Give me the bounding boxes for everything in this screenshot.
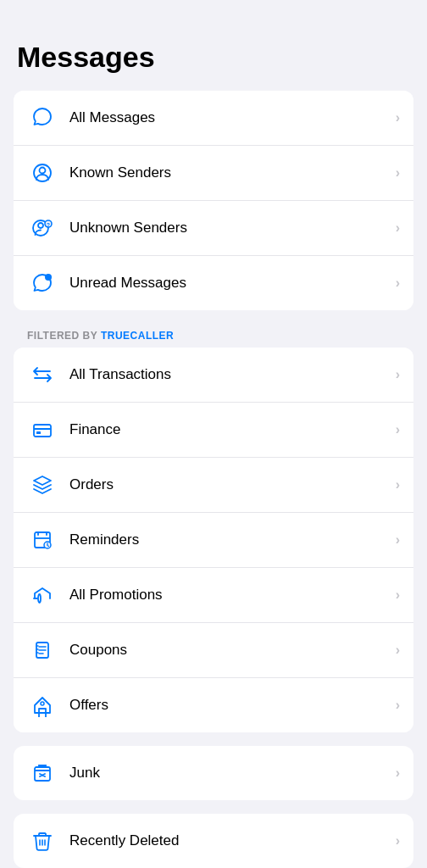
filter-label: FILTERED BY TRUECALLER	[14, 324, 413, 348]
chevron-icon: ›	[396, 765, 400, 781]
svg-rect-14	[35, 767, 50, 781]
chevron-icon: ›	[396, 698, 400, 713]
reminders-label: Reminders	[69, 531, 396, 548]
list-item-orders[interactable]: Orders ›	[14, 458, 413, 513]
orders-icon	[27, 470, 58, 500]
chat-icon	[27, 103, 58, 133]
chevron-icon: ›	[396, 532, 400, 548]
known-senders-label: Known Senders	[69, 164, 396, 181]
list-item-unread-messages[interactable]: Unread Messages ›	[14, 256, 413, 310]
all-messages-label: All Messages	[69, 109, 396, 126]
chevron-icon: ›	[396, 587, 400, 603]
list-item-reminders[interactable]: Reminders ›	[14, 513, 413, 568]
page-title: Messages	[14, 41, 413, 74]
list-item-unknown-senders[interactable]: ? Unknown Senders ›	[14, 201, 413, 256]
chevron-icon: ›	[396, 165, 400, 181]
reminders-icon	[27, 525, 58, 555]
known-senders-icon	[27, 158, 58, 188]
junk-label: Junk	[69, 765, 396, 782]
junk-icon	[27, 758, 58, 788]
junk-section: Junk ›	[14, 746, 413, 800]
finance-label: Finance	[69, 421, 396, 438]
chevron-icon: ›	[396, 367, 400, 382]
all-promotions-label: All Promotions	[69, 587, 396, 604]
transactions-icon	[27, 359, 58, 390]
svg-point-3	[38, 223, 43, 228]
list-item-coupons[interactable]: Coupons ›	[14, 623, 413, 678]
offers-icon	[27, 690, 58, 721]
unknown-senders-icon: ?	[27, 213, 58, 243]
list-item-all-promotions[interactable]: All Promotions ›	[14, 568, 413, 623]
trash-icon	[27, 826, 58, 856]
svg-point-11	[38, 594, 41, 603]
svg-point-13	[41, 702, 44, 705]
svg-point-1	[40, 168, 46, 174]
svg-text:?: ?	[47, 222, 50, 228]
finance-icon	[27, 415, 58, 445]
main-section: All Messages › Known Senders › ? Unknown…	[14, 91, 413, 310]
svg-rect-8	[36, 431, 41, 434]
svg-rect-7	[34, 425, 51, 437]
chevron-icon: ›	[396, 422, 400, 437]
unknown-senders-label: Unknown Senders	[69, 220, 396, 236]
coupons-label: Coupons	[69, 642, 396, 659]
chevron-icon: ›	[396, 275, 400, 291]
list-item-finance[interactable]: Finance ›	[14, 403, 413, 458]
coupons-icon	[27, 635, 58, 665]
list-item-junk[interactable]: Junk ›	[14, 746, 413, 800]
list-item-recently-deleted[interactable]: Recently Deleted ›	[14, 814, 413, 868]
recently-deleted-section: Recently Deleted ›	[14, 814, 413, 868]
unread-messages-label: Unread Messages	[69, 275, 396, 292]
orders-label: Orders	[69, 476, 396, 493]
svg-point-6	[45, 274, 52, 281]
recently-deleted-label: Recently Deleted	[69, 832, 396, 849]
promotions-icon	[27, 580, 58, 610]
chevron-icon: ›	[396, 643, 400, 658]
chevron-icon: ›	[396, 833, 400, 849]
offers-label: Offers	[69, 697, 396, 714]
list-item-known-senders[interactable]: Known Senders ›	[14, 146, 413, 201]
list-item-all-transactions[interactable]: All Transactions ›	[14, 348, 413, 403]
filtered-section: All Transactions › Finance › Orders ›	[14, 348, 413, 732]
list-item-all-messages[interactable]: All Messages ›	[14, 91, 413, 146]
unread-messages-icon	[27, 268, 58, 298]
chevron-icon: ›	[396, 477, 400, 492]
all-transactions-label: All Transactions	[69, 366, 396, 383]
list-item-offers[interactable]: Offers ›	[14, 678, 413, 732]
chevron-icon: ›	[396, 220, 400, 236]
chevron-icon: ›	[396, 110, 400, 125]
